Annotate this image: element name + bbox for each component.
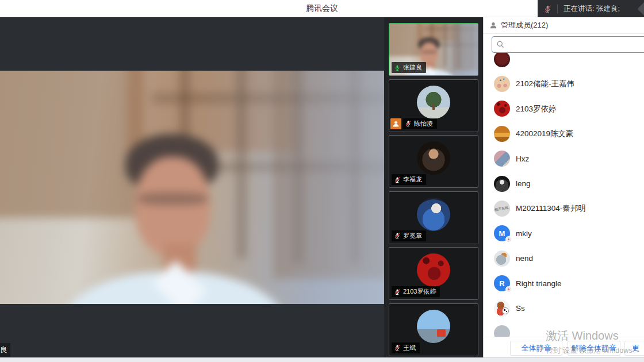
member-avatar [494, 53, 510, 67]
member-row[interactable]: 42002019陈文豪 [484, 121, 644, 146]
member-name: mkiy [516, 221, 532, 246]
main-video-feed [0, 71, 384, 304]
member-row[interactable]: nend [484, 246, 644, 271]
main-video-tile: 良 [0, 17, 384, 357]
member-row[interactable] [484, 321, 644, 337]
thumbnail-strip: 张建良陈怡凌李福龙罗冕章2103罗依婷王斌 [384, 17, 483, 357]
member-name: Ss [516, 296, 525, 321]
speaking-banner: 正在讲话: 张建良; [538, 0, 644, 17]
mic-muted-icon [394, 344, 401, 351]
participant-name: 王斌 [403, 344, 416, 352]
member-name: 2103罗依婷 [516, 97, 557, 121]
mute-all-button[interactable]: 全体静音 [510, 341, 562, 356]
host-role-icon [390, 118, 401, 129]
title-bar: 腾讯会议 正在讲话: 张建良; [0, 0, 644, 17]
speaking-label: 正在讲话: 张建良; [564, 4, 620, 14]
video-feed [0, 71, 384, 304]
participant-avatar [417, 198, 450, 231]
member-row[interactable]: Ss [484, 296, 644, 321]
member-name: 42002019陈文豪 [516, 121, 574, 146]
member-avatar [494, 76, 510, 92]
search-icon [496, 40, 505, 49]
participant-avatar [417, 310, 450, 343]
participant-avatar [417, 86, 450, 119]
participant-avatar [417, 141, 450, 175]
participant-avatar [417, 253, 450, 287]
thumbnail-nametag: 陈怡凌 [402, 118, 437, 129]
participant-name: 罗冕章 [403, 232, 422, 240]
more-button[interactable]: 更 [624, 341, 644, 356]
member-list: 2102储能-王嘉伟2103罗依婷42002019陈文豪Hxzleng我不在线.… [484, 53, 644, 337]
thumbnail-nametag: 李福龙 [392, 174, 426, 185]
participant-name: 李福龙 [403, 175, 422, 184]
member-name: 2102储能-王嘉伟 [516, 71, 574, 96]
member-avatar [494, 251, 510, 267]
mic-active-icon [394, 64, 401, 71]
banner-divider [557, 4, 558, 13]
video-thumbnail[interactable]: 罗冕章 [389, 191, 478, 244]
members-icon [489, 21, 497, 29]
thumbnail-nametag: 2103罗依婷 [392, 286, 440, 297]
collapse-arrow-icon[interactable] [637, 2, 644, 16]
member-row[interactable]: Hxz [484, 147, 644, 171]
thumbnail-nametag: 罗冕章 [392, 230, 426, 241]
member-avatar [494, 101, 510, 117]
member-avatar: R [494, 275, 510, 291]
main-video-nametag: 良 [0, 343, 10, 357]
member-panel-header: 管理成员(212) [484, 17, 644, 34]
member-row[interactable]: 2102储能-王嘉伟 [484, 71, 644, 96]
mic-muted-icon [405, 120, 412, 127]
mic-muted-icon [543, 5, 552, 13]
member-avatar: M [494, 225, 510, 241]
member-row[interactable] [484, 53, 644, 71]
thumbnail-nametag: 张建良 [392, 62, 426, 73]
member-row[interactable]: Mmkiy [484, 221, 644, 246]
status-badge [505, 236, 512, 242]
member-panel-title: 管理成员(212) [501, 20, 548, 30]
member-row[interactable]: 2103罗依婷 [484, 97, 644, 121]
window-bottom-edge [0, 357, 644, 362]
tencent-meeting-window: 腾讯会议 正在讲话: 张建良; [0, 0, 644, 362]
member-avatar [494, 301, 510, 317]
video-thumbnail[interactable]: 2103罗依婷 [389, 247, 478, 300]
member-panel-footer: 全体静音 解除全体静音 更 [484, 337, 644, 357]
member-name: Right triangle [516, 271, 562, 296]
member-avatar [494, 176, 510, 192]
participant-name: 陈怡凌 [414, 120, 433, 128]
member-row[interactable]: 我不在线.M202111304-秦邦明 [484, 196, 644, 221]
mic-muted-icon [394, 232, 401, 239]
member-row[interactable]: RRight triangle [484, 271, 644, 296]
member-search-input[interactable] [492, 36, 644, 53]
mic-muted-icon [394, 176, 401, 183]
app-title: 腾讯会议 [306, 3, 338, 14]
participant-name: 2103罗依婷 [403, 287, 436, 296]
member-avatar [494, 325, 510, 337]
video-thumbnail[interactable]: 张建良 [389, 23, 478, 76]
member-panel: 管理成员(212) 2102储能-王嘉伟2103罗依婷42002019陈文豪Hx… [483, 17, 644, 357]
video-thumbnail[interactable]: 李福龙 [389, 135, 478, 188]
member-name: leng [516, 171, 531, 196]
member-search [492, 36, 644, 53]
unmute-all-button[interactable]: 解除全体静音 [568, 341, 620, 356]
status-badge [505, 286, 512, 292]
member-avatar: 我不在线. [494, 201, 510, 217]
member-avatar [494, 151, 510, 167]
thumbnail-nametag: 王斌 [392, 342, 420, 353]
member-name: M202111304-秦邦明 [516, 196, 586, 221]
member-row[interactable]: leng [484, 171, 644, 196]
mic-muted-icon [394, 288, 401, 295]
video-thumbnail[interactable]: 陈怡凌 [389, 79, 478, 132]
member-avatar [494, 126, 510, 142]
participant-name: 张建良 [403, 63, 422, 72]
video-thumbnail[interactable]: 王斌 [389, 303, 478, 356]
avatar-status-text: 我不在线. [494, 201, 510, 217]
member-name: nend [516, 246, 533, 271]
member-name: Hxz [516, 147, 529, 171]
